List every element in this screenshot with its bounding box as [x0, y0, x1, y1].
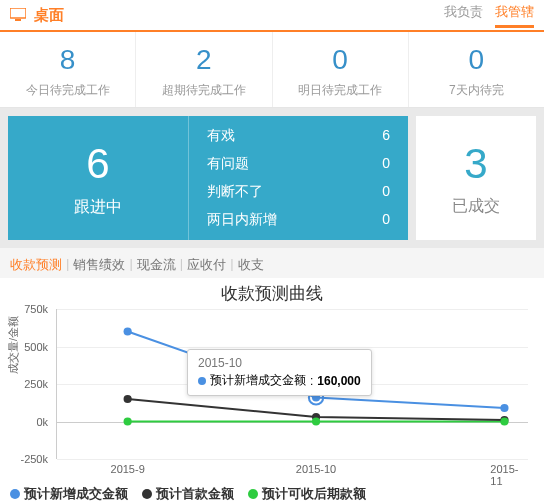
chart-title: 收款预测曲线	[8, 282, 536, 305]
y-tick: 750k	[24, 303, 48, 315]
summary-label: 明日待完成工作	[277, 82, 404, 99]
header-bar: 桌面 我负责 我管辖	[0, 0, 544, 32]
summary-label: 超期待完成工作	[140, 82, 267, 99]
x-tick: 2015-11	[490, 463, 518, 487]
summary-row: 8 今日待完成工作 2 超期待完成工作 0 明日待完成工作 0 7天内待完	[0, 32, 544, 108]
summary-overdue[interactable]: 2 超期待完成工作	[136, 32, 272, 107]
y-tick: 500k	[24, 341, 48, 353]
cards-row: 6 跟进中 有戏 6 有问题 0 判断不了 0 两日内新增 0 3 已成交	[0, 108, 544, 248]
tab-cashflow[interactable]: 现金流	[137, 256, 176, 274]
chart-area: 成交量/金额 750k 500k 250k 0k -250k 2015-9 20…	[8, 309, 536, 479]
follow-card-left: 6 跟进中	[8, 116, 188, 240]
legend-item[interactable]: 预计可收后期款额	[248, 485, 366, 502]
follow-item: 两日内新增 0	[189, 206, 408, 234]
tab-performance[interactable]: 销售绩效	[73, 256, 125, 274]
plot-area[interactable]: 2015-9 2015-10 2015-11 2015-10 预计新增成交金额:…	[56, 309, 528, 459]
follow-item-count: 0	[382, 155, 390, 173]
chart-wrap: 收款预测曲线 成交量/金额 750k 500k 250k 0k -250k 20…	[0, 278, 544, 479]
done-label: 已成交	[452, 196, 500, 217]
summary-tomorrow[interactable]: 0 明日待完成工作	[273, 32, 409, 107]
header-tab-responsible[interactable]: 我负责	[444, 3, 483, 28]
summary-value: 8	[4, 42, 131, 78]
chart-legend: 预计新增成交金额 预计首款金额 预计可收后期款额	[0, 479, 544, 502]
follow-item: 判断不了 0	[189, 178, 408, 206]
page-title: 桌面	[34, 6, 444, 25]
summary-label: 今日待完成工作	[4, 82, 131, 99]
summary-value: 0	[413, 42, 540, 78]
legend-label: 预计首款金额	[156, 485, 234, 502]
done-count: 3	[464, 140, 487, 188]
header-tabs: 我负责 我管辖	[444, 3, 534, 28]
tab-forecast[interactable]: 收款预测	[10, 256, 62, 274]
follow-item-count: 0	[382, 183, 390, 201]
summary-value: 0	[277, 42, 404, 78]
tooltip-category: 2015-10	[198, 356, 361, 370]
legend-dot-icon	[142, 489, 152, 499]
chart-point[interactable]	[500, 404, 508, 412]
legend-label: 预计新增成交金额	[24, 485, 128, 502]
follow-item: 有问题 0	[189, 150, 408, 178]
svg-rect-0	[10, 8, 26, 18]
tab-sep: |	[66, 256, 69, 274]
tooltip-value: 160,000	[317, 374, 360, 388]
chart-tooltip: 2015-10 预计新增成交金额: 160,000	[187, 349, 372, 396]
svg-rect-1	[15, 19, 21, 21]
chart-point[interactable]	[124, 328, 132, 336]
follow-label: 跟进中	[74, 197, 122, 218]
legend-item[interactable]: 预计首款金额	[142, 485, 234, 502]
summary-today[interactable]: 8 今日待完成工作	[0, 32, 136, 107]
monitor-icon	[10, 8, 26, 22]
summary-week[interactable]: 0 7天内待完	[409, 32, 544, 107]
report-tabs: 收款预测 | 销售绩效 | 现金流 | 应收付 | 收支	[0, 248, 544, 278]
chart-point[interactable]	[500, 418, 508, 426]
y-tick: 250k	[24, 378, 48, 390]
gridline	[57, 459, 528, 460]
follow-item-name: 有问题	[207, 155, 249, 173]
summary-label: 7天内待完	[413, 82, 540, 99]
chart-point[interactable]	[124, 395, 132, 403]
y-axis: 750k 500k 250k 0k -250k	[8, 309, 56, 459]
x-tick: 2015-10	[296, 463, 336, 475]
tooltip-dot-icon	[198, 377, 206, 385]
legend-item[interactable]: 预计新增成交金额	[10, 485, 128, 502]
follow-card-right: 有戏 6 有问题 0 判断不了 0 两日内新增 0	[188, 116, 408, 240]
tab-sep: |	[230, 256, 233, 274]
chart-point[interactable]	[312, 418, 320, 426]
done-card[interactable]: 3 已成交	[416, 116, 536, 240]
follow-card[interactable]: 6 跟进中 有戏 6 有问题 0 判断不了 0 两日内新增 0	[8, 116, 408, 240]
summary-value: 2	[140, 42, 267, 78]
follow-item: 有戏 6	[189, 122, 408, 150]
follow-item-name: 两日内新增	[207, 211, 277, 229]
chart-point[interactable]	[124, 418, 132, 426]
tab-receivable[interactable]: 应收付	[187, 256, 226, 274]
follow-item-name: 判断不了	[207, 183, 263, 201]
tooltip-series: 预计新增成交金额	[210, 372, 306, 389]
header-tab-managed[interactable]: 我管辖	[495, 3, 534, 28]
legend-label: 预计可收后期款额	[262, 485, 366, 502]
follow-item-count: 0	[382, 211, 390, 229]
follow-item-count: 6	[382, 127, 390, 145]
tab-balance[interactable]: 收支	[238, 256, 264, 274]
legend-dot-icon	[248, 489, 258, 499]
tab-sep: |	[129, 256, 132, 274]
follow-count: 6	[86, 139, 109, 189]
follow-item-name: 有戏	[207, 127, 235, 145]
y-tick: 0k	[36, 416, 48, 428]
legend-dot-icon	[10, 489, 20, 499]
tab-sep: |	[180, 256, 183, 274]
y-tick: -250k	[20, 453, 48, 465]
x-tick: 2015-9	[111, 463, 145, 475]
